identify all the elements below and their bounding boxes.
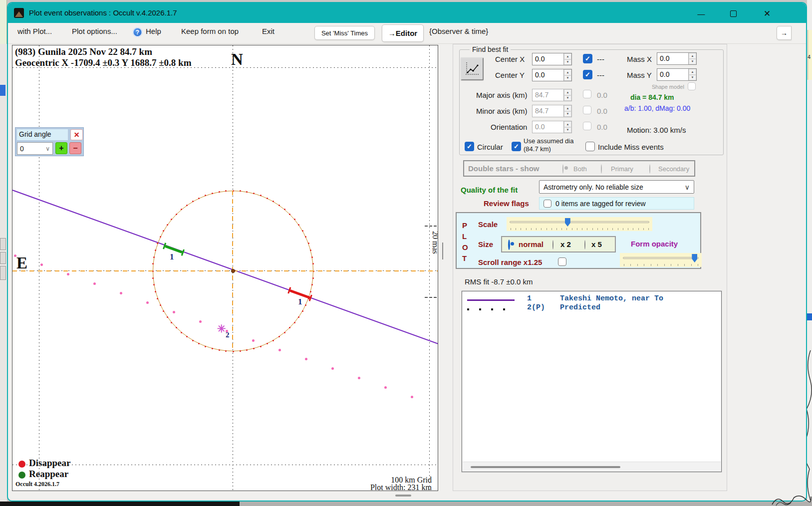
window-title: Plot event observations : Occult v.4.202…: [29, 8, 177, 17]
plot-canvas[interactable]: 1 1 ✳ 2 (983) Gunila 2025 Nov 22 84.7 km…: [12, 45, 438, 491]
major-axis-checkbox[interactable]: [583, 90, 591, 98]
scrollbar-thumb[interactable]: [471, 466, 620, 468]
grid-angle-plus-button[interactable]: +: [55, 142, 67, 154]
slider-thumb[interactable]: [692, 254, 697, 262]
circular-checkbox[interactable]: ✓: [465, 142, 474, 151]
center-y-checkbox[interactable]: ✓: [583, 70, 592, 79]
mass-x-input[interactable]: 0.0 ▲▼: [657, 52, 697, 65]
plot-drag-handle[interactable]: [395, 495, 411, 497]
dia-label: dia = 84.7 km: [630, 93, 674, 101]
major-axis-value: 84.7: [533, 89, 563, 101]
maximize-icon: [730, 10, 737, 17]
version-label: Occult 4.2026.1.7: [15, 481, 59, 488]
reappear-dot-icon: [18, 472, 25, 479]
mass-y-input[interactable]: 0.0 ▲▼: [657, 68, 697, 81]
width-note: Plot width: 231 km: [370, 483, 432, 491]
review-flags-checkbox[interactable]: [543, 200, 551, 208]
use-assumed-checkbox[interactable]: ✓: [512, 142, 521, 151]
spin-up-icon[interactable]: ▲: [564, 69, 571, 75]
size-x2-radio[interactable]: [552, 240, 553, 250]
double-stars-secondary-label: Secondary: [658, 165, 689, 173]
orientation-label: Orientation: [491, 123, 527, 131]
title-bar[interactable]: Plot event observations : Occult v.4.202…: [8, 3, 806, 23]
minor-axis-checkbox[interactable]: [583, 106, 591, 114]
center-x-input[interactable]: 0.0 ▲▼: [532, 53, 572, 65]
close-button[interactable]: ✕: [757, 7, 778, 20]
menu-bar: with Plot... Plot options... ? Help Keep…: [8, 23, 806, 44]
spin-up-icon[interactable]: ▲: [689, 53, 696, 59]
slider-groove: [623, 257, 699, 259]
quality-label: Quality of the fit: [461, 186, 518, 194]
left-strip-blue-box: [0, 85, 5, 96]
scroll-range-checkbox[interactable]: [558, 257, 566, 266]
orientation-value: 0.0: [533, 121, 563, 133]
observer-row-num: 2(P): [527, 303, 545, 312]
minimize-button[interactable]: —: [691, 7, 712, 20]
help-icon[interactable]: ?: [133, 27, 142, 37]
spin-down-icon: ▼: [564, 95, 571, 101]
menu-keep-on-top[interactable]: Keep form on top: [181, 27, 239, 35]
right-strip-blue-bar: [807, 313, 812, 320]
center-point: [231, 269, 235, 273]
run-fit-button[interactable]: [461, 57, 484, 80]
maximize-button[interactable]: [723, 7, 744, 20]
left-strip-glyph-2: [0, 252, 6, 264]
taskbar-fragment-dark: [0, 502, 240, 506]
editor-button[interactable]: →Editor: [382, 24, 424, 42]
include-miss-checkbox[interactable]: [585, 142, 595, 151]
spin-down-icon[interactable]: ▼: [689, 75, 696, 81]
spin-up-icon: ▲: [564, 121, 571, 127]
app-window: Plot event observations : Occult v.4.202…: [7, 2, 807, 502]
scale-label: Scale: [478, 220, 498, 229]
background-map-corner: [771, 492, 812, 506]
slider-thumb[interactable]: [565, 218, 570, 227]
panel-splitter[interactable]: [442, 243, 443, 259]
major-axis-flag: 0.0: [597, 91, 607, 99]
shape-model-checkbox[interactable]: [688, 82, 696, 90]
review-flags-text: 0 items are tagged for review: [555, 200, 646, 208]
horizontal-scrollbar[interactable]: [463, 462, 721, 472]
spin-down-icon[interactable]: ▼: [564, 59, 571, 65]
plot-letter-l: L: [462, 232, 469, 241]
spin-up-icon[interactable]: ▲: [689, 69, 696, 75]
clipped-edge-button[interactable]: →: [777, 26, 792, 40]
spin-down-icon[interactable]: ▼: [564, 75, 571, 81]
legend-reappear: Reappear: [29, 469, 68, 480]
ab-dmag-label: a/b: 1.00, dMag: 0.00: [624, 104, 690, 112]
form-opacity-slider[interactable]: [620, 253, 702, 267]
grid-angle-value: 0: [20, 145, 24, 153]
center-y-value: 0.0: [533, 69, 563, 81]
quality-select[interactable]: Astrometry only. No reliable size ∨: [539, 180, 694, 194]
menu-with-plot[interactable]: with Plot...: [17, 27, 52, 35]
orientation-checkbox[interactable]: [583, 122, 591, 130]
grid-angle-close-button[interactable]: ✕: [70, 129, 83, 140]
observer-list[interactable]: 1 Takeshi Nemoto, near To 2(P) Predicted: [462, 291, 722, 472]
grid-angle-select[interactable]: 0 ∨: [17, 142, 53, 155]
center-x-checkbox[interactable]: ✓: [583, 54, 592, 63]
menu-exit[interactable]: Exit: [262, 27, 274, 35]
set-miss-times-button[interactable]: Set 'Miss' Times: [314, 26, 375, 40]
double-stars-both-radio: [562, 164, 563, 174]
grid-angle-panel: Grid angle ✕ 0 ∨ + −: [15, 127, 84, 156]
fit-chart-icon: [465, 61, 480, 76]
rms-fit-label: RMS fit -8.7 ±0.0 km: [465, 277, 533, 286]
scale-bracket-bottom: [425, 297, 437, 298]
spin-down-icon[interactable]: ▼: [689, 59, 696, 65]
spin-up-icon[interactable]: ▲: [564, 53, 571, 59]
plot-letter-t: T: [462, 254, 469, 262]
menu-help[interactable]: Help: [146, 27, 161, 35]
scale-slider[interactable]: [507, 217, 652, 231]
size-x5-radio[interactable]: [584, 240, 585, 250]
size-normal-radio[interactable]: [508, 240, 510, 250]
minor-axis-input: 84.7 ▲▼: [532, 105, 572, 117]
form-opacity-label: Form opacity: [631, 240, 678, 248]
quality-value: Astrometry only. No reliable size: [543, 183, 643, 191]
grid-angle-minus-button[interactable]: −: [69, 142, 81, 154]
clipped-edge-label: →: [781, 29, 788, 37]
spin-down-icon: ▼: [564, 111, 571, 117]
menu-plot-options[interactable]: Plot options...: [72, 27, 117, 35]
desktop-top-left-fragment: [0, 0, 7, 44]
center-y-input[interactable]: 0.0 ▲▼: [532, 69, 572, 81]
marker-label-1a: 1: [170, 252, 174, 262]
size-x2-label: x 2: [560, 240, 571, 249]
